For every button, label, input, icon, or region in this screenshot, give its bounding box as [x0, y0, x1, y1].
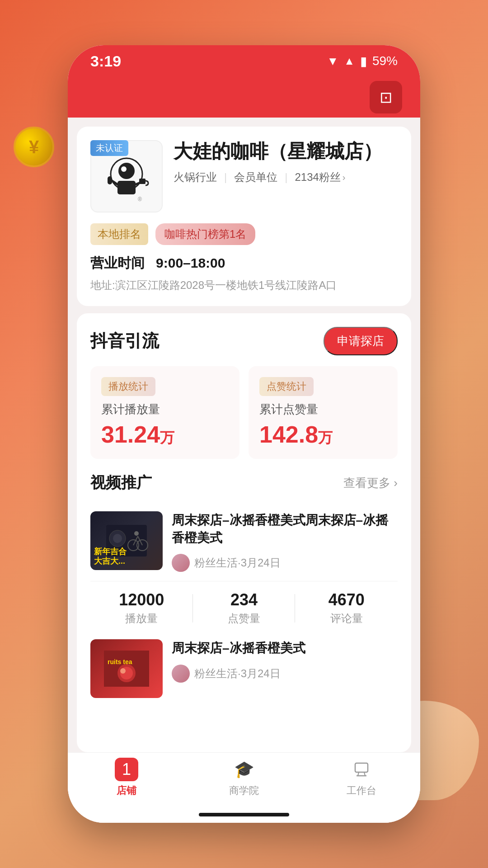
author-name-2: 粉丝生活·3月24日 [194, 666, 281, 681]
store-industry: 火锅行业 [174, 170, 217, 184]
svg-rect-7 [139, 179, 145, 184]
comments-label: 评论量 [295, 611, 398, 626]
business-hours: 营业时间 9:00–18:00 [90, 254, 398, 273]
store-card: 未认证 [77, 127, 411, 306]
business-address: 地址:滨江区江陵路2028号一楼地铁1号线江陵路A口 [90, 278, 398, 292]
nav-label-store: 店铺 [117, 784, 136, 797]
video-title-2: 周末探店–冰摇香橙美式 [172, 639, 398, 657]
author-name-1: 粉丝生活·3月24日 [194, 556, 281, 570]
video-section-title: 视频推广 [90, 472, 152, 493]
uncertified-badge: 未认证 [90, 140, 128, 156]
status-icons: ▼ ▲ ▮ 59% [327, 54, 398, 69]
metric-comments: 4670 评论量 [295, 590, 398, 626]
gold-coin-decor [14, 127, 54, 167]
stats-row: 播放统计 累计播放量 31.24万 点赞统计 累计点赞量 142.8万 [90, 366, 398, 459]
video-info-2: 周末探店–冰摇香橙美式 粉丝生活·3月24日 [172, 639, 398, 698]
nav-label-academy: 商学院 [229, 784, 259, 797]
svg-point-1 [118, 163, 135, 179]
play-stat-value: 31.24万 [101, 421, 229, 448]
author-avatar-2 [172, 665, 190, 683]
likes-label: 点赞量 [193, 611, 296, 626]
followers-arrow: › [343, 172, 346, 183]
video-author-2: 粉丝生活·3月24日 [172, 665, 398, 683]
nav-label-workbench: 工作台 [347, 784, 376, 797]
like-stat-value: 142.8万 [259, 421, 387, 448]
video-info-1: 周末探店–冰摇香橙美式周末探店–冰摇香橙美式 粉丝生活·3月24日 [172, 511, 398, 572]
store-logo-wrapper: 未认证 [90, 140, 163, 212]
explore-store-button[interactable]: 申请探店 [324, 327, 398, 355]
battery-icon: ▮ [360, 54, 367, 69]
video-section-header: 视频推广 查看更多 › [90, 472, 398, 493]
svg-text:®: ® [138, 196, 142, 203]
followers-link[interactable]: 2134粉丝 › [295, 170, 345, 184]
nav-item-workbench[interactable]: 工作台 [303, 758, 420, 797]
svg-point-2 [121, 166, 127, 172]
plays-label: 播放量 [90, 611, 193, 626]
video-author-1: 粉丝生活·3月24日 [172, 554, 398, 572]
store-nav-icon: 1 [115, 758, 138, 781]
douyin-section-header: 抖音引流 申请探店 [90, 327, 398, 355]
nav-item-store[interactable]: 1 店铺 [68, 758, 185, 797]
status-time: 3:19 [90, 52, 121, 70]
home-bar [199, 813, 289, 816]
rank-value: 咖啡热门榜第1名 [155, 223, 255, 245]
like-stat-badge: 点赞统计 [259, 377, 314, 396]
plays-value: 12000 [90, 590, 193, 609]
svg-rect-22 [355, 763, 368, 772]
scan-button[interactable]: ⊡ [370, 81, 402, 113]
like-stat-card: 点赞统计 累计点赞量 142.8万 [249, 366, 398, 459]
video-item-1[interactable]: 新年吉合 大吉大... 周末探店–冰摇香橙美式周末探店–冰摇香橙美式 粉丝生活·… [90, 502, 398, 581]
store-header: 未认证 [90, 140, 398, 212]
svg-point-16 [134, 531, 139, 536]
video-title-1: 周末探店–冰摇香橙美式周末探店–冰摇香橙美式 [172, 511, 398, 547]
douyin-title: 抖音引流 [90, 330, 159, 353]
like-stat-label: 累计点赞量 [259, 401, 387, 417]
video-item-2[interactable]: ruits tea 周末探店–冰摇香橙美式 粉丝生活·3月24日 [90, 630, 398, 707]
app-header: ⊡ [68, 77, 420, 118]
likes-value: 234 [193, 590, 296, 609]
hours-value: 9:00–18:00 [156, 255, 225, 270]
play-stat-label: 累计播放量 [101, 401, 229, 417]
nav-item-academy[interactable]: 🎓 商学院 [185, 758, 303, 797]
video-metrics-1: 12000 播放量 234 点赞量 4670 评论量 [90, 581, 398, 630]
metric-plays: 12000 播放量 [90, 590, 193, 626]
comments-value: 4670 [295, 590, 398, 609]
svg-point-11 [113, 534, 122, 543]
svg-point-21 [120, 668, 126, 674]
svg-rect-3 [117, 181, 136, 194]
signal-icon: ▲ [344, 55, 355, 67]
status-bar: 3:19 ▼ ▲ ▮ 59% [68, 45, 420, 77]
store-info: 大娃的咖啡（星耀城店） 火锅行业 | 会员单位 | 2134粉丝 › [174, 140, 398, 184]
douyin-section: 抖音引流 申请探店 播放统计 累计播放量 31.24万 点赞统计 累计点赞量 1… [77, 313, 411, 752]
main-content: 未认证 [68, 118, 420, 752]
rank-label: 本地排名 [90, 223, 148, 245]
svg-rect-6 [108, 176, 112, 184]
play-stat-badge: 播放统计 [101, 377, 155, 396]
wifi-icon: ▼ [327, 54, 338, 68]
battery-level: 59% [372, 54, 398, 68]
hours-label: 营业时间 [90, 255, 145, 270]
store-member-label: 会员单位 [234, 170, 277, 184]
store-icon-number: 1 [122, 760, 131, 779]
view-more-link[interactable]: 查看更多 › [343, 475, 398, 491]
video-thumb-text-1: 新年吉合 大吉大... [94, 547, 127, 566]
store-name: 大娃的咖啡（星耀城店） [174, 140, 398, 163]
author-avatar-1 [172, 554, 190, 572]
ranking-row: 本地排名 咖啡热门榜第1名 [90, 223, 398, 245]
home-indicator [68, 807, 420, 823]
followers-count: 2134粉丝 [295, 170, 340, 184]
metric-likes: 234 点赞量 [193, 590, 296, 626]
store-tags: 火锅行业 | 会员单位 | 2134粉丝 › [174, 170, 398, 184]
play-stat-card: 播放统计 累计播放量 31.24万 [90, 366, 239, 459]
phone-frame: 3:19 ▼ ▲ ▮ 59% ⊡ 未认证 [68, 45, 420, 823]
bottom-nav: 1 店铺 🎓 商学院 工作台 [68, 752, 420, 807]
workbench-nav-icon [350, 758, 373, 781]
scan-icon: ⊡ [380, 88, 392, 106]
video-thumb-2: ruits tea [90, 639, 163, 698]
video-thumb-1: 新年吉合 大吉大... [90, 511, 163, 570]
academy-nav-icon: 🎓 [232, 758, 256, 781]
